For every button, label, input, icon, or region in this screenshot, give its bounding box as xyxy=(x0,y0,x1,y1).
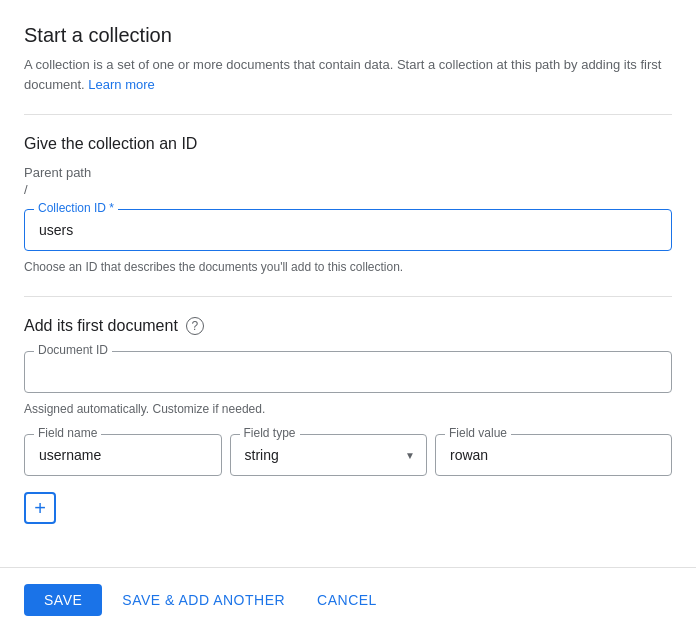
collection-id-input[interactable] xyxy=(24,209,672,251)
add-field-button[interactable]: + xyxy=(24,492,56,524)
save-add-another-button[interactable]: SAVE & ADD ANOTHER xyxy=(110,584,297,616)
document-id-field-container: Document ID xyxy=(24,351,672,393)
field-name-label: Field name xyxy=(34,426,101,440)
collection-id-hint: Choose an ID that describes the document… xyxy=(24,259,672,276)
learn-more-link[interactable]: Learn more xyxy=(88,77,154,92)
doc-section-header: Add its first document ? xyxy=(24,317,672,335)
field-name-input[interactable] xyxy=(24,434,222,476)
content-area: Start a collection A collection is a set… xyxy=(0,0,696,567)
collection-id-section-title: Give the collection an ID xyxy=(24,135,672,153)
footer: SAVE SAVE & ADD ANOTHER CANCEL xyxy=(0,567,696,632)
save-button[interactable]: SAVE xyxy=(24,584,102,616)
document-id-hint: Assigned automatically. Customize if nee… xyxy=(24,401,672,418)
section-divider xyxy=(24,114,672,115)
page-description: A collection is a set of one or more doc… xyxy=(24,55,672,94)
field-type-container: Field type string number boolean map arr… xyxy=(230,434,428,476)
doc-section-title: Add its first document xyxy=(24,317,178,335)
page-container: Start a collection A collection is a set… xyxy=(0,0,696,632)
field-name-container: Field name xyxy=(24,434,222,476)
cancel-button[interactable]: CANCEL xyxy=(305,584,389,616)
parent-path-value: / xyxy=(24,182,672,197)
parent-path-label: Parent path xyxy=(24,165,672,180)
field-value-label: Field value xyxy=(445,426,511,440)
field-value-input[interactable] xyxy=(435,434,672,476)
page-title: Start a collection xyxy=(24,24,672,47)
fields-row: Field name Field type string number bool… xyxy=(24,434,672,476)
field-type-select[interactable]: string number boolean map array null tim… xyxy=(230,434,428,476)
field-type-label: Field type xyxy=(240,426,300,440)
document-id-input[interactable] xyxy=(24,351,672,393)
document-id-label: Document ID xyxy=(34,343,112,357)
section-divider-2 xyxy=(24,296,672,297)
collection-id-label: Collection ID * xyxy=(34,201,118,215)
help-icon[interactable]: ? xyxy=(186,317,204,335)
collection-id-field-container: Collection ID * xyxy=(24,209,672,251)
field-value-container: Field value xyxy=(435,434,672,476)
